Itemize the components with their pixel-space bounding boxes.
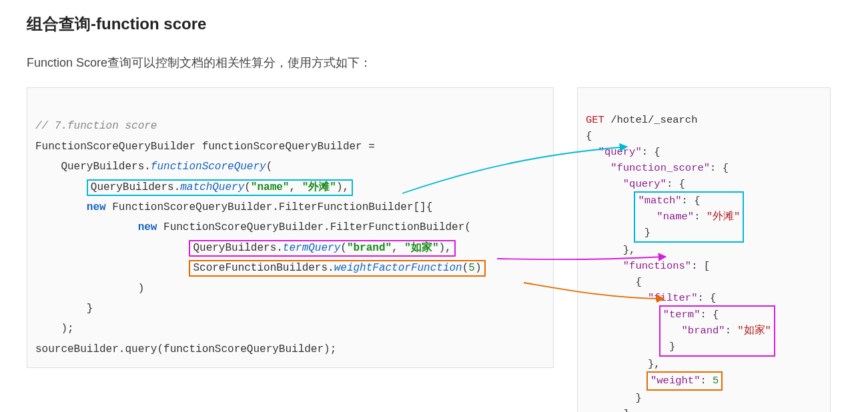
code-frag: } bbox=[635, 392, 641, 404]
string-literal: "name" bbox=[251, 181, 290, 193]
code-frag: /hotel/_search bbox=[604, 114, 698, 126]
code-frag: ( bbox=[244, 181, 251, 193]
code-frag: QueryBuilders. bbox=[193, 242, 282, 254]
code-frag: ); bbox=[61, 323, 73, 335]
code-frag: } bbox=[87, 303, 93, 315]
code-frag: : [ bbox=[691, 260, 710, 272]
comment-line: // 7.function score bbox=[35, 120, 157, 132]
json-key: "query" bbox=[598, 146, 642, 158]
code-frag: ) bbox=[475, 262, 482, 274]
code-frag: FunctionScoreQueryBuilder.FilterFunction… bbox=[106, 201, 433, 213]
code-frag: { bbox=[586, 130, 592, 142]
string-literal: "brand" bbox=[347, 242, 392, 254]
code-frag: QueryBuilders. bbox=[91, 181, 180, 193]
keyword: new bbox=[138, 221, 157, 233]
code-frag: FunctionScoreQueryBuilder.FilterFunction… bbox=[157, 221, 470, 233]
method-name: functionScoreQuery bbox=[151, 161, 266, 173]
code-frag: ) bbox=[138, 283, 145, 295]
code-line: FunctionScoreQueryBuilder functionScoreQ… bbox=[35, 141, 375, 153]
code-frag: } bbox=[644, 227, 650, 239]
code-frag: ] bbox=[623, 408, 629, 412]
http-method: GET bbox=[586, 114, 604, 126]
json-string: "外滩" bbox=[707, 211, 741, 223]
code-frag: }, bbox=[623, 244, 636, 256]
dsl-term-box: "term": { "brand": "如家" } bbox=[659, 305, 775, 357]
code-frag: : { bbox=[710, 162, 729, 174]
json-string: "如家" bbox=[737, 325, 771, 337]
code-frag: : bbox=[694, 211, 707, 223]
code-frag: : bbox=[700, 375, 713, 387]
code-frag: QueryBuilders. bbox=[61, 161, 150, 173]
method-name: weightFactorFunction bbox=[334, 262, 462, 274]
method-name: matchQuery bbox=[180, 181, 244, 193]
method-name: termQuery bbox=[283, 242, 340, 254]
number-literal: 5 bbox=[468, 262, 475, 274]
page-title: 组合查询-function score bbox=[27, 13, 841, 35]
dsl-code-panel: GET /hotel/_search { "query": { "functio… bbox=[577, 87, 831, 412]
code-frag: ScoreFunctionBuilders. bbox=[193, 262, 334, 274]
json-number: 5 bbox=[713, 375, 719, 387]
code-frag: } bbox=[669, 341, 675, 353]
dsl-weight-box: "weight": 5 bbox=[646, 371, 723, 391]
code-frag: ( bbox=[462, 262, 469, 274]
json-key: "weight" bbox=[650, 375, 700, 387]
code-frag: , bbox=[289, 181, 302, 193]
weight-factor-box: ScoreFunctionBuilders.weightFactorFuncti… bbox=[189, 260, 485, 277]
term-query-box: QueryBuilders.termQuery("brand", "如家"), bbox=[189, 240, 455, 257]
json-key: "match" bbox=[638, 195, 681, 207]
code-frag: , bbox=[392, 242, 404, 254]
columns: // 7.function score FunctionScoreQueryBu… bbox=[27, 87, 841, 412]
string-literal: "外滩" bbox=[302, 181, 336, 193]
string-literal: "如家" bbox=[404, 242, 438, 254]
code-frag: ( bbox=[266, 161, 273, 173]
json-key: "functions" bbox=[623, 260, 691, 272]
code-frag: ( bbox=[340, 242, 347, 254]
code-frag: : bbox=[725, 325, 738, 337]
java-code-panel: // 7.function score FunctionScoreQueryBu… bbox=[27, 87, 554, 368]
code-frag: ), bbox=[336, 181, 349, 193]
code-frag: { bbox=[635, 276, 641, 288]
keyword: new bbox=[87, 201, 106, 213]
json-key: "name" bbox=[657, 211, 694, 223]
json-key: "brand" bbox=[682, 325, 725, 337]
description-text: Function Score查询可以控制文档的相关性算分，使用方式如下： bbox=[27, 55, 841, 71]
code-line: sourceBuilder.query(functionScoreQueryBu… bbox=[35, 343, 336, 355]
code-frag: : { bbox=[667, 178, 685, 190]
json-key: "query" bbox=[623, 178, 667, 190]
json-key: "filter" bbox=[648, 292, 697, 304]
json-key: "term" bbox=[663, 309, 701, 321]
code-frag: : { bbox=[642, 146, 661, 158]
match-query-box: QueryBuilders.matchQuery("name", "外滩"), bbox=[87, 179, 353, 196]
code-frag: : { bbox=[697, 292, 716, 304]
dsl-match-box: "match": { "name": "外滩" } bbox=[634, 191, 744, 243]
code-frag: }, bbox=[648, 358, 661, 370]
code-frag: : { bbox=[700, 309, 719, 321]
code-frag: : { bbox=[682, 195, 701, 207]
code-frag: ), bbox=[439, 242, 452, 254]
json-key: "function_score" bbox=[610, 162, 710, 174]
